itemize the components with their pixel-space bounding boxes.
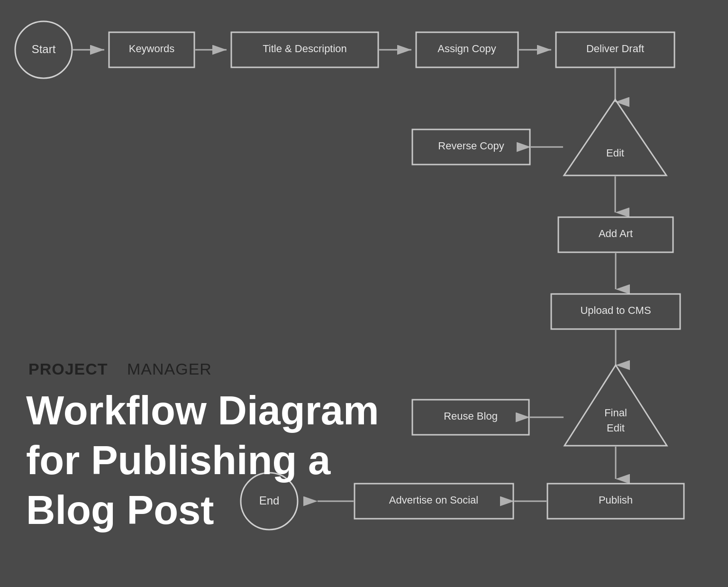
add-art-label: Add Art — [599, 228, 633, 239]
deliver-draft-label: Deliver Draft — [586, 43, 644, 55]
svg-rect-26 — [547, 484, 684, 519]
brand-project: PROJECT — [28, 360, 108, 378]
svg-rect-12 — [556, 32, 674, 67]
brand-manager: MANAGER — [127, 360, 212, 378]
svg-marker-22 — [564, 365, 667, 446]
publish-label: Publish — [599, 494, 633, 506]
keywords-label: Keywords — [129, 43, 175, 55]
svg-point-30 — [241, 473, 298, 530]
svg-rect-10 — [416, 32, 518, 67]
final-edit-label2: Edit — [607, 422, 625, 434]
svg-rect-8 — [231, 32, 378, 67]
start-label: Start — [32, 43, 56, 55]
svg-rect-24 — [412, 400, 529, 435]
svg-rect-28 — [355, 484, 513, 519]
assign-copy-label: Assign Copy — [437, 43, 496, 55]
end-label: End — [259, 494, 280, 507]
svg-marker-14 — [564, 100, 666, 175]
main-title-line2: for Publishing a — [26, 438, 331, 483]
main-title-line1: Workflow Diagram — [26, 388, 379, 433]
svg-point-4 — [15, 21, 72, 78]
reverse-copy-label: Reverse Copy — [438, 140, 504, 152]
final-edit-label: Final — [604, 407, 627, 419]
svg-rect-18 — [558, 217, 673, 252]
advertise-social-label: Advertise on Social — [389, 494, 478, 506]
svg-rect-3 — [0, 0, 728, 587]
svg-rect-6 — [109, 32, 194, 67]
title-desc-label: Title & Description — [263, 43, 347, 55]
edit-label: Edit — [606, 147, 624, 159]
main-title-line3: Blog Post — [26, 487, 214, 532]
diagram-container: Start Keywords Title & Description Assig… — [0, 0, 728, 587]
reuse-blog-label: Reuse Blog — [444, 410, 498, 422]
svg-rect-16 — [412, 129, 530, 165]
svg-rect-20 — [551, 294, 680, 329]
upload-cms-label: Upload to CMS — [580, 304, 651, 316]
